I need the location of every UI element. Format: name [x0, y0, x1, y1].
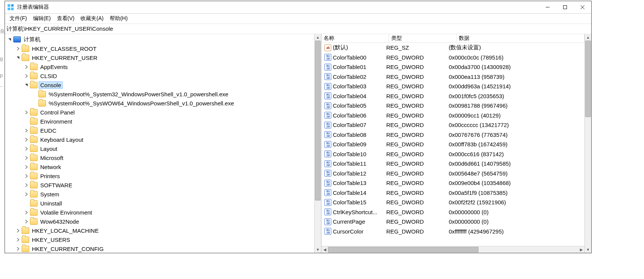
value-row[interactable]: 011110CursorColorREG_DWORD0xffffffff (42…: [321, 227, 584, 237]
close-button[interactable]: [574, 1, 591, 13]
expand-icon[interactable]: [23, 146, 29, 152]
expand-icon[interactable]: [23, 209, 29, 215]
tree-key[interactable]: HKEY_LOCAL_MACHINE: [5, 226, 314, 235]
folder-icon: [30, 155, 38, 161]
expand-icon[interactable]: [23, 109, 29, 115]
tree-key[interactable]: Volatile Environment: [5, 208, 314, 217]
expand-icon[interactable]: [23, 182, 29, 188]
tree-key[interactable]: Microsoft: [5, 153, 314, 162]
value-row[interactable]: 011110ColorTable06REG_DWORD0x00009cc1 (4…: [321, 111, 584, 121]
tree-key[interactable]: HKEY_CLASSES_ROOT: [5, 44, 314, 53]
expand-icon[interactable]: [23, 73, 29, 79]
tree-key[interactable]: HKEY_CURRENT_CONFIG: [5, 244, 314, 253]
tree-root[interactable]: 计算机: [5, 35, 314, 44]
dword-value-icon: 011110: [324, 228, 331, 235]
tree-key[interactable]: Wow6432Node: [5, 217, 314, 226]
tree-key[interactable]: Network: [5, 162, 314, 171]
collapse-icon[interactable]: [6, 36, 13, 42]
expand-icon[interactable]: [23, 164, 29, 170]
expand-icon[interactable]: [23, 155, 29, 161]
tree-vertical-scrollbar[interactable]: ▲ ▼: [314, 34, 321, 253]
menu-help[interactable]: 帮助(H): [107, 14, 131, 23]
scroll-thumb[interactable]: [315, 41, 321, 201]
scroll-right-icon[interactable]: ▶: [578, 246, 584, 253]
tree-key[interactable]: Keyboard Layout: [5, 135, 314, 144]
tree-key[interactable]: %SystemRoot%_System32_WindowsPowerShell_…: [5, 89, 314, 99]
value-type: REG_DWORD: [384, 190, 447, 196]
value-row[interactable]: 011110CurrentPageREG_DWORD0x00000000 (0): [321, 217, 584, 227]
tree-label: Wow6432Node: [39, 218, 80, 225]
tree-key[interactable]: Printers: [5, 171, 314, 180]
tree-key[interactable]: AppEvents: [5, 62, 314, 71]
title-bar[interactable]: 注册表编辑器: [5, 1, 591, 14]
value-row[interactable]: 011110ColorTable03REG_DWORD0x00dd963a (1…: [321, 82, 584, 91]
tree-key[interactable]: %SystemRoot%_SysWOW64_WindowsPowerShell_…: [5, 99, 314, 108]
expand-icon[interactable]: [15, 237, 21, 243]
expand-icon[interactable]: [23, 173, 29, 179]
tree-key[interactable]: Uninstall: [5, 199, 314, 208]
tree-key[interactable]: Environment: [5, 117, 314, 126]
expand-icon[interactable]: [23, 64, 29, 70]
address-bar[interactable]: 计算机\HKEY_CURRENT_USER\Console: [5, 24, 591, 34]
col-type[interactable]: 类型: [389, 34, 457, 42]
scroll-up-icon[interactable]: ▲: [585, 34, 591, 41]
col-data[interactable]: 数据: [457, 34, 584, 42]
scroll-up-icon[interactable]: ▲: [315, 34, 321, 41]
hscroll-thumb[interactable]: [328, 247, 479, 252]
expand-icon[interactable]: [15, 45, 21, 52]
scroll-thumb[interactable]: [585, 41, 591, 117]
tree-key[interactable]: Control Panel: [5, 108, 314, 117]
tree-key[interactable]: HKEY_CURRENT_USER: [5, 53, 314, 62]
expand-icon[interactable]: [15, 246, 21, 252]
tree-key[interactable]: Console: [5, 80, 314, 89]
collapse-icon[interactable]: [23, 82, 29, 88]
value-row[interactable]: 011110ColorTable11REG_DWORD0x00d6d661 (1…: [321, 159, 584, 169]
value-type: REG_DWORD: [384, 141, 447, 147]
value-row[interactable]: 011110ColorTable05REG_DWORD0x00981788 (9…: [321, 101, 584, 111]
expand-icon[interactable]: [23, 218, 29, 224]
tree-key[interactable]: SOFTWARE: [5, 180, 314, 190]
expand-icon[interactable]: [23, 136, 29, 143]
tree-key[interactable]: Layout: [5, 144, 314, 153]
col-name[interactable]: 名称: [321, 34, 389, 42]
expand-icon[interactable]: [15, 227, 21, 234]
values-horizontal-scrollbar[interactable]: ◀ ▶: [321, 246, 584, 253]
tree-key[interactable]: System: [5, 190, 314, 199]
scroll-down-icon[interactable]: ▼: [585, 246, 591, 253]
value-row[interactable]: 011110ColorTable09REG_DWORD0x00ff783b (1…: [321, 140, 584, 149]
folder-icon: [30, 191, 38, 197]
value-row[interactable]: 011110ColorTable01REG_DWORD0x00da3700 (1…: [321, 62, 584, 72]
value-row[interactable]: 011110ColorTable12REG_DWORD0x005648e7 (5…: [321, 169, 584, 179]
values-list[interactable]: ab(默认)REG_SZ(数值未设置)011110ColorTable00REG…: [321, 43, 584, 246]
value-row[interactable]: 011110ColorTable04REG_DWORD0x001f0fc5 (2…: [321, 91, 584, 101]
minimize-button[interactable]: [539, 1, 556, 13]
value-row[interactable]: 011110ColorTable08REG_DWORD0x00767676 (7…: [321, 130, 584, 140]
scroll-left-icon[interactable]: ◀: [321, 246, 328, 253]
values-vertical-scrollbar[interactable]: ▲ ▼: [584, 34, 591, 253]
value-row[interactable]: 011110ColorTable02REG_DWORD0x000ea113 (9…: [321, 72, 584, 82]
value-row[interactable]: 011110ColorTable00REG_DWORD0x000c0c0c (7…: [321, 53, 584, 63]
menu-favorites[interactable]: 收藏夹(A): [77, 14, 107, 23]
value-row[interactable]: 011110ColorTable14REG_DWORD0x00a5f1f9 (1…: [321, 188, 584, 198]
expand-icon[interactable]: [23, 191, 29, 197]
collapse-icon[interactable]: [15, 55, 21, 61]
value-row[interactable]: 011110ColorTable13REG_DWORD0x009e00b4 (1…: [321, 178, 584, 188]
computer-icon: [13, 36, 21, 42]
scroll-down-icon[interactable]: ▼: [315, 246, 321, 253]
value-row[interactable]: 011110CtrlKeyShortcut...REG_DWORD0x00000…: [321, 207, 584, 217]
menu-file[interactable]: 文件(F): [6, 14, 30, 23]
tree-key[interactable]: EUDC: [5, 126, 314, 135]
value-row[interactable]: 011110ColorTable15REG_DWORD0x00f2f2f2 (1…: [321, 197, 584, 207]
value-row[interactable]: ab(默认)REG_SZ(数值未设置): [321, 43, 584, 53]
tree-key[interactable]: HKEY_USERS: [5, 235, 314, 244]
tree-key[interactable]: CLSID: [5, 71, 314, 80]
value-row[interactable]: 011110ColorTable10REG_DWORD0x000cc616 (8…: [321, 149, 584, 159]
window-title: 注册表编辑器: [17, 4, 539, 11]
value-row[interactable]: 011110ColorTable07REG_DWORD0x00cccccc (1…: [321, 120, 584, 130]
menu-view[interactable]: 查看(V): [54, 14, 78, 23]
maximize-button[interactable]: [556, 1, 574, 13]
expand-icon[interactable]: [23, 127, 29, 133]
menu-edit[interactable]: 编辑(E): [30, 14, 54, 23]
value-name: CurrentPage: [333, 218, 365, 225]
registry-tree[interactable]: 计算机HKEY_CLASSES_ROOTHKEY_CURRENT_USERApp…: [5, 34, 314, 253]
